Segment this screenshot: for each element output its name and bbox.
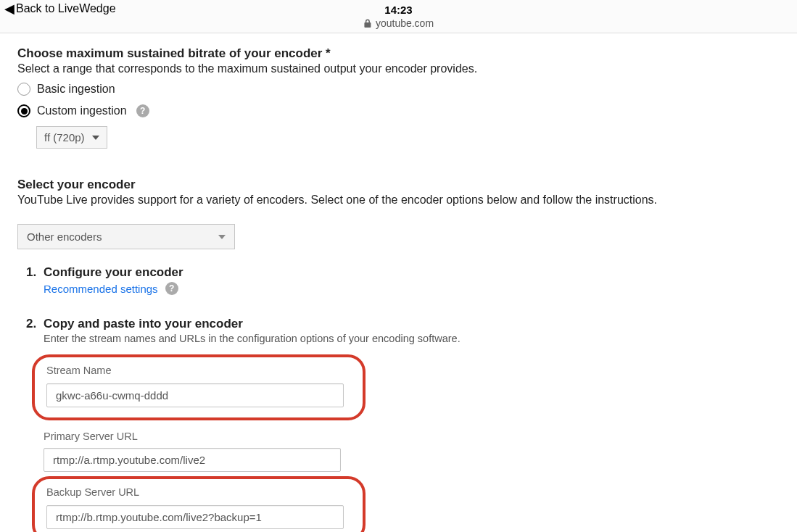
step-subtitle: Enter the stream names and URLs in the c… [44,333,780,344]
encoder-title: Select your encoder [17,178,780,192]
step-title: Configure your encoder [44,265,780,280]
backup-url-input[interactable] [46,505,344,529]
select-value: ff (720p) [44,131,85,144]
status-time: 14:23 [363,3,434,17]
backup-url-label: Backup Server URL [46,486,351,498]
primary-url-input[interactable] [44,448,341,472]
encoder-select[interactable]: Other encoders [17,224,235,249]
step-title: Copy and paste into your encoder [44,317,780,331]
radio-label: Custom ingestion [37,104,127,117]
stream-name-label: Stream Name [46,365,351,376]
back-label: Back to LiveWedge [16,2,116,15]
highlight-stream-name: Stream Name [32,354,366,420]
chevron-left-icon: ◀ [4,2,15,15]
select-value: Other encoders [27,230,102,243]
stream-name-input[interactable] [46,383,344,407]
lock-icon [363,19,371,28]
step-copy-paste: Copy and paste into your encoder Enter t… [44,317,780,532]
page-content: Choose maximum sustained bitrate of your… [0,33,797,532]
help-icon[interactable]: ? [136,104,149,117]
radio-label: Basic ingestion [37,83,115,96]
bitrate-title: Choose maximum sustained bitrate of your… [17,46,780,61]
primary-url-label: Primary Server URL [44,431,780,442]
highlight-backup-url: Backup Server URL [32,476,366,532]
help-icon[interactable]: ? [165,282,178,295]
encoder-steps: Configure your encoder Recommended setti… [17,265,780,532]
radio-icon [17,83,30,96]
recommended-settings-link[interactable]: Recommended settings ? [44,282,178,295]
radio-custom-ingestion[interactable]: Custom ingestion ? [17,104,780,117]
radio-basic-ingestion[interactable]: Basic ingestion [17,83,780,96]
ios-status-bar: ◀ Back to LiveWedge 14:23 youtube.com [0,0,797,33]
back-to-app-button[interactable]: ◀ Back to LiveWedge [4,2,116,15]
bitrate-subtitle: Select a range that corresponds to the m… [17,62,780,75]
caret-down-icon [218,235,226,239]
address-bar-url[interactable]: youtube.com [376,17,434,30]
encoder-subtitle: YouTube Live provides support for a vari… [17,194,780,207]
custom-ingestion-select[interactable]: ff (720p) [36,126,107,149]
radio-icon [17,104,30,117]
caret-down-icon [92,136,99,140]
step-configure: Configure your encoder Recommended setti… [44,265,780,295]
